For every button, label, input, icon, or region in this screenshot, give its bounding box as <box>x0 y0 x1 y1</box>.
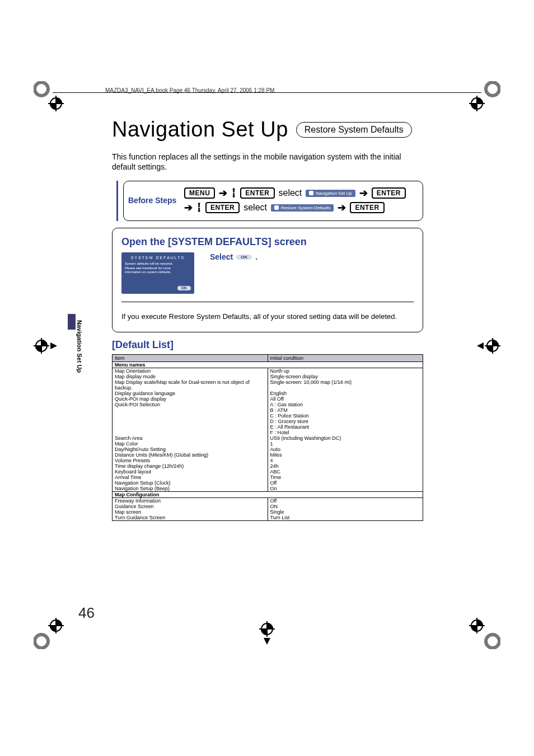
default-list-heading: [Default List] <box>112 339 423 351</box>
mock-line-3: information on system defaults. <box>125 270 191 275</box>
menu-key: MENU <box>184 187 215 199</box>
enter-key: ENTER <box>240 187 274 199</box>
updown-arrow-icon: ⬆⬇ <box>196 203 202 213</box>
table-row: Freeway InformationOff <box>113 498 423 504</box>
page-number: 46 <box>78 604 95 622</box>
table-row: Map Display scale/Map scale for Dual-scr… <box>113 379 423 391</box>
enter-key: ENTER <box>350 202 384 213</box>
table-row: Navigation Setup (Clock)Off <box>113 480 423 486</box>
table-row: Map Color1 <box>113 441 423 447</box>
table-row: C : Police Station <box>113 413 423 419</box>
table-row: B : ATM <box>113 407 423 413</box>
table-row: Volume Presets4 <box>113 458 423 463</box>
svg-point-17 <box>35 635 48 648</box>
ok-chip: OK <box>236 255 252 260</box>
mock-line-2: Please see handbook for more <box>125 266 191 271</box>
warning-text: If you execute Restore System Defaults, … <box>121 312 414 321</box>
restore-icon <box>274 205 279 210</box>
before-steps-box: Before Steps MENU ➔ ⬆⬇ ENTER select Navi… <box>123 181 423 221</box>
select-ok-instruction: Select OK . <box>210 252 257 261</box>
arrow-right-icon: ➔ <box>184 203 193 213</box>
open-heading: Open the [SYSTEM DEFAULTS] screen <box>121 236 414 248</box>
enter-key: ENTER <box>372 187 406 199</box>
table-row: Map display modeSingle-screen display <box>113 374 423 379</box>
mock-line-1: System defaults will be restored. <box>125 262 191 266</box>
table-row: Search AreaUS9 (including Washington DC) <box>113 435 423 441</box>
step-row-1: MENU ➔ ⬆⬇ ENTER select Navigation Set Up… <box>184 186 418 200</box>
registration-mark-bottom-right <box>467 616 500 649</box>
svg-point-0 <box>35 82 48 96</box>
table-row: E : All Restaurant <box>113 424 423 430</box>
table-row: Map screenSingle <box>113 509 423 515</box>
registration-mark-top-right <box>467 81 500 115</box>
table-row: Turn Guidance ScreenTurn List <box>113 515 423 521</box>
table-row: Map OrientationNorth up <box>113 368 423 374</box>
table-section-row: Map Configuration <box>113 492 423 498</box>
before-steps-accent <box>116 181 118 221</box>
updown-arrow-icon: ⬆⬇ <box>231 188 236 199</box>
table-row: Display guidance languageEnglish <box>113 391 423 396</box>
table-section-row: Menu names <box>113 362 423 368</box>
registration-mark-bottom-left <box>34 616 67 649</box>
before-steps-label: Before Steps <box>128 196 184 205</box>
table-row: D : Grocery store <box>113 419 423 424</box>
table-head-item: Item <box>113 355 268 362</box>
subtitle-pill: Restore System Defaults <box>296 122 412 138</box>
select-label: select <box>279 188 302 198</box>
table-row: Keyboard layoutABC <box>113 469 423 475</box>
table-row: Navigation Setup (Beep)On <box>113 486 423 492</box>
screen-mock: SYSTEM DEFAULTS System defaults will be … <box>121 252 194 294</box>
mock-ok-button: OK <box>177 286 191 291</box>
select-word: Select <box>210 252 233 261</box>
svg-point-21 <box>486 635 499 648</box>
arrow-right-icon: ➔ <box>359 188 368 198</box>
arrow-right-icon: ➔ <box>219 188 227 198</box>
intro-paragraph: This function replaces all the settings … <box>112 152 423 172</box>
side-tab-label: Navigation Set Up <box>76 320 83 373</box>
table-row: Quick-POI SelectionA : Gas station <box>113 402 423 407</box>
table-row: Day/Night/Auto SettingAuto <box>113 447 423 452</box>
step-row-2: ➔ ⬆⬇ ENTER select Restore System Default… <box>184 200 418 215</box>
wrench-icon <box>309 191 313 195</box>
nav-setup-chip: Navigation Set Up <box>306 190 355 197</box>
page-title: Navigation Set Up <box>112 118 288 142</box>
registration-mark-mid-left <box>34 338 58 354</box>
table-row: Time display change (12h/24h)24h <box>113 463 423 469</box>
period: . <box>255 252 257 261</box>
svg-point-7 <box>486 82 499 96</box>
mock-title: SYSTEM DEFAULTS <box>125 256 191 262</box>
table-row: F : Hotel <box>113 430 423 435</box>
default-list-table: Item Initial condition Menu namesMap Ori… <box>112 354 423 521</box>
select-label: select <box>243 203 267 213</box>
enter-key: ENTER <box>205 202 240 213</box>
registration-mark-mid-right <box>476 338 500 354</box>
header-filename: MAZDA3_NAVI_EA.book Page 46 Thursday, Ap… <box>105 87 274 93</box>
system-defaults-box: Open the [SYSTEM DEFAULTS] screen SYSTEM… <box>112 228 423 332</box>
table-row: Distance Units (Miles/KM) (Global settin… <box>113 452 423 458</box>
table-row: Quick-POI map displayAll Off <box>113 396 423 402</box>
arrow-right-icon: ➔ <box>338 203 346 213</box>
registration-mark-bottom-center <box>255 621 279 646</box>
table-row: Guidance ScreenON <box>113 504 423 509</box>
registration-mark-top-left <box>34 81 67 115</box>
side-tab-marker <box>68 314 76 330</box>
table-head-condition: Initial condition <box>268 355 423 362</box>
restore-chip: Restore System Defaults <box>271 204 334 212</box>
table-row: Arrival TimeTime <box>113 475 423 480</box>
